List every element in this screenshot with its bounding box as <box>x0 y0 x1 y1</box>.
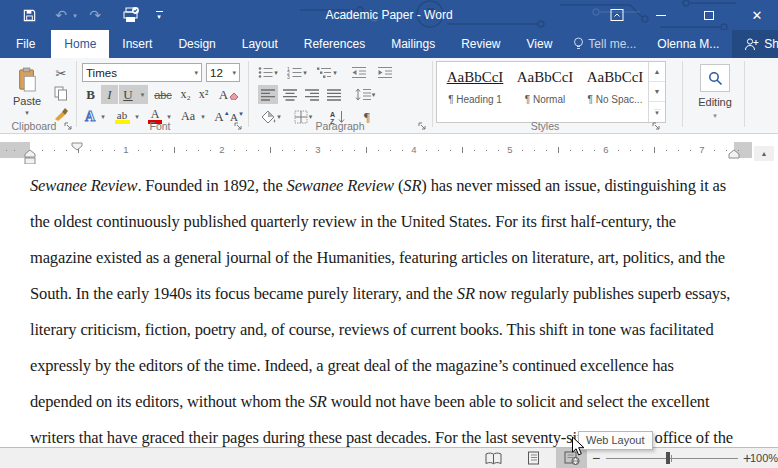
style-name: ¶ Normal <box>513 94 577 105</box>
style-heading1[interactable]: AaBbCcI ¶ Heading 1 <box>443 69 507 119</box>
text-run-italic: SR <box>403 176 421 195</box>
styles-scroll-down[interactable]: ▼ <box>649 82 665 102</box>
close-button[interactable]: ✕ <box>744 0 770 30</box>
read-mode-icon <box>485 452 502 465</box>
ribbon-display-options-button[interactable] <box>604 0 630 30</box>
text-run-italic: SR <box>457 284 475 303</box>
triangle-down-icon: ▼ <box>654 88 661 95</box>
style-normal[interactable]: AaBbCcI ¶ Normal <box>513 69 577 119</box>
document-line[interactable]: magazine existed as a general journal of… <box>30 248 750 270</box>
grow-font-label: A <box>214 109 223 125</box>
styles-gallery-more[interactable]: ▼ <box>649 102 665 122</box>
document-page[interactable]: Sewanee Review. Founded in 1892, the Sew… <box>0 164 752 447</box>
clear-formatting-button[interactable]: A <box>218 85 240 104</box>
ruler-tick <box>6 150 7 151</box>
ruler-tick <box>690 150 691 151</box>
grow-font-button[interactable]: A ▲ <box>214 107 230 126</box>
increase-indent-button[interactable] <box>374 63 396 82</box>
tab-file[interactable]: File <box>0 30 51 58</box>
copy-button[interactable] <box>50 84 72 102</box>
tab-layout[interactable]: Layout <box>229 30 291 58</box>
right-indent-marker[interactable] <box>728 149 740 159</box>
ruler-number: 7 <box>697 144 707 155</box>
document-line[interactable]: Sewanee Review. Founded in 1892, the Sew… <box>30 176 750 198</box>
font-size-combobox[interactable]: 12 ▾ <box>206 63 240 82</box>
tab-view[interactable]: View <box>514 30 566 58</box>
zoom-level[interactable]: 100% <box>750 448 778 468</box>
tab-review[interactable]: Review <box>448 30 513 58</box>
editing-dropdown[interactable]: ▾ <box>708 109 722 121</box>
subscript-button[interactable]: x₂ <box>177 85 194 104</box>
style-no-spacing[interactable]: AaBbCcI ¶ No Spac... <box>583 69 647 119</box>
bullets-button[interactable]: ▾ <box>256 63 280 82</box>
zoom-slider-track[interactable] <box>606 458 738 459</box>
document-line[interactable]: expressly by the editors of the time. In… <box>30 356 750 378</box>
shrink-font-label: A <box>230 111 238 123</box>
document-line[interactable]: the oldest continuously published quarte… <box>30 212 750 234</box>
print-layout-button[interactable] <box>518 448 549 468</box>
ruler-tick <box>666 150 667 151</box>
maximize-button[interactable] <box>696 0 722 30</box>
superscript-button[interactable]: x² <box>195 85 212 104</box>
styles-dialog-launcher[interactable] <box>652 122 661 131</box>
vertical-scrollbar[interactable]: ▲ <box>752 134 778 447</box>
share-label: Share <box>764 37 778 51</box>
scroll-up-button[interactable]: ▲ <box>754 146 774 161</box>
ruler-tick <box>426 150 427 151</box>
align-left-button[interactable] <box>258 85 278 104</box>
account-name[interactable]: Olenna M... <box>644 30 732 58</box>
maximize-icon <box>704 11 714 20</box>
styles-scroll-up[interactable]: ▲ <box>649 62 665 82</box>
style-sample: AaBbCcI <box>583 69 647 86</box>
styles-gallery: AaBbCcI ¶ Heading 1 AaBbCcI ¶ Normal AaB… <box>436 61 666 123</box>
text-effects-button[interactable]: A <box>82 107 98 126</box>
clipboard-dialog-launcher[interactable] <box>64 122 73 131</box>
bold-button[interactable]: B <box>82 85 99 104</box>
decrease-indent-button[interactable] <box>348 63 370 82</box>
align-center-icon <box>283 89 297 101</box>
share-button[interactable]: Share <box>732 30 778 58</box>
strikethrough-button[interactable]: abc <box>151 85 175 104</box>
text-run: South. In the early 1940s its focus beca… <box>30 284 457 303</box>
tell-me-box[interactable]: Tell me... <box>565 30 644 58</box>
minimize-button[interactable] <box>648 0 674 30</box>
print-layout-icon <box>527 451 540 465</box>
zoom-out-button[interactable]: − <box>588 448 604 468</box>
tab-home[interactable]: Home <box>51 30 109 58</box>
justify-button[interactable] <box>324 85 344 104</box>
tab-insert[interactable]: Insert <box>109 30 165 58</box>
multilevel-list-button[interactable]: ▾ <box>314 63 340 82</box>
text-run: the oldest continuously published quarte… <box>30 212 676 231</box>
document-line[interactable]: South. In the early 1940s its focus beca… <box>30 284 750 306</box>
tab-mailings[interactable]: Mailings <box>378 30 448 58</box>
document-line[interactable]: depended on its editors, without whom th… <box>30 392 750 414</box>
text-effects-dropdown[interactable]: ▾ <box>98 107 108 126</box>
align-center-button[interactable] <box>280 85 300 104</box>
ruler-tick <box>138 150 139 151</box>
document-line[interactable]: literary criticism, fiction, poetry and,… <box>30 320 750 342</box>
line-spacing-icon <box>355 88 371 101</box>
align-right-button[interactable] <box>302 85 322 104</box>
numbering-button[interactable]: 123 ▾ <box>284 63 310 82</box>
font-name-combobox[interactable]: Times ▾ <box>82 63 202 82</box>
read-mode-button[interactable] <box>478 448 509 468</box>
shrink-arrow-icon: ▼ <box>238 111 244 117</box>
ruler[interactable]: 1234567 <box>0 134 752 164</box>
underline-button[interactable]: U <box>119 85 137 104</box>
line-spacing-button[interactable]: ▾ <box>352 85 378 104</box>
shading-button[interactable]: ▾ <box>258 107 284 126</box>
cut-button[interactable]: ✂ <box>50 64 72 82</box>
italic-button[interactable]: I <box>101 85 118 104</box>
clipboard-group-label: Clipboard <box>4 120 64 133</box>
ruler-tick <box>14 150 15 151</box>
paste-button[interactable]: Paste ▾ <box>6 62 48 120</box>
font-dialog-launcher[interactable] <box>234 122 243 131</box>
paragraph-dialog-launcher[interactable] <box>418 122 427 131</box>
tab-references[interactable]: References <box>291 30 378 58</box>
first-line-indent-marker[interactable] <box>71 142 83 151</box>
zoom-slider-thumb[interactable] <box>666 452 670 464</box>
tab-design[interactable]: Design <box>165 30 228 58</box>
editing-button[interactable] <box>700 64 730 92</box>
zoom-slider-detent <box>671 455 672 462</box>
underline-dropdown[interactable]: ▾ <box>137 85 148 104</box>
